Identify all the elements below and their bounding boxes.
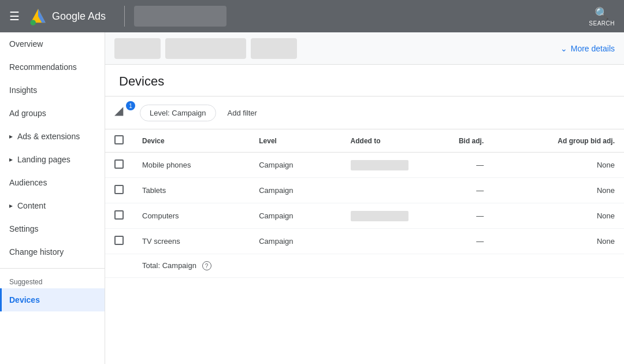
level-cell: Campaign [250,153,341,178]
column-header-device: Device [133,129,250,153]
main-layout: Overview Recommendations Insights Ad gro… [0,32,624,364]
chevron-right-icon: ▸ [9,155,13,164]
redacted-block [351,160,408,170]
added-to-cell [341,203,418,229]
sidebar-item-insights-label: Insights [9,86,37,95]
summary-pill-1 [114,38,161,59]
search-label: SEARCH [589,20,615,27]
row-checkbox-cell [105,203,133,229]
level-campaign-chip[interactable]: Level: Campaign [140,105,216,121]
bid-adj-cell: — [418,178,493,203]
sidebar-divider [0,268,105,269]
page-title: Devices [105,65,624,96]
sidebar-item-recommendations-label: Recommendations [9,62,77,72]
table-row: Mobile phones Campaign — None [105,153,624,178]
filter-badge: 1 [126,101,135,110]
summary-bar: ⌄ More details [105,32,624,65]
redacted-block [351,211,408,221]
column-header-level: Level [250,129,341,153]
device-cell: Tablets [133,178,250,203]
hamburger-icon[interactable]: ☰ [9,9,20,23]
more-details-label: More details [571,44,615,53]
devices-content: Devices ◢ 1 Level: Campaign Add filter [105,65,624,364]
app-name: Google Ads [52,10,106,23]
summary-pill-2 [165,38,246,59]
sidebar-item-change-history[interactable]: Change history [0,240,105,263]
ad-group-bid-adj-cell: None [493,203,624,229]
ad-group-bid-adj-cell: None [493,229,624,254]
level-cell: Campaign [250,178,341,203]
google-ads-logo [29,7,47,25]
sidebar-item-devices[interactable]: Devices [0,288,105,311]
summary-pills [114,38,297,59]
suggested-label: Suggested [0,273,105,288]
sidebar-item-recommendations[interactable]: Recommendations [0,55,105,79]
sidebar: Overview Recommendations Insights Ad gro… [0,32,105,364]
summary-pill-3 [251,38,297,59]
sidebar-item-content[interactable]: ▸ Content [0,194,105,217]
ad-group-bid-adj-cell: None [493,153,624,178]
total-checkbox-cell [105,254,133,278]
filter-icon: ◢ [114,104,123,117]
svg-point-2 [30,20,36,25]
header-divider [124,6,125,27]
level-cell: Campaign [250,203,341,229]
sidebar-item-devices-label: Devices [9,295,40,304]
row-checkbox[interactable] [114,210,124,220]
header-search-placeholder [134,6,226,27]
row-checkbox-cell [105,229,133,254]
sidebar-item-content-label: Content [17,201,46,210]
row-checkbox-cell [105,178,133,203]
sidebar-item-overview[interactable]: Overview [0,32,105,55]
table-row: Computers Campaign — None [105,203,624,229]
sidebar-item-landing-pages-label: Landing pages [17,155,70,164]
row-checkbox[interactable] [114,185,124,194]
content-area: ⌄ More details Devices ◢ 1 Level: Campai… [105,32,624,364]
top-header: ☰ Google Ads 🔍 SEARCH [0,0,624,32]
sidebar-item-settings-label: Settings [9,224,39,233]
sidebar-item-change-history-label: Change history [9,247,64,257]
search-button[interactable]: 🔍 SEARCH [589,6,615,27]
logo-container: Google Ads [29,7,106,25]
device-cell: Computers [133,203,250,229]
more-details-button[interactable]: ⌄ More details [560,44,615,53]
row-checkbox[interactable] [114,236,124,245]
add-filter-button[interactable]: Add filter [223,105,262,121]
added-to-cell [341,178,418,203]
added-to-cell [341,153,418,178]
select-all-checkbox[interactable] [114,135,124,144]
help-icon[interactable]: ? [202,261,211,270]
devices-table: Device Level Added to Bid adj. Ad group … [105,129,624,278]
sidebar-item-ad-groups[interactable]: Ad groups [0,102,105,125]
device-cell: Mobile phones [133,153,250,178]
column-header-ad-group-bid-adj: Ad group bid adj. [493,129,624,153]
table-row: TV screens Campaign — None [105,229,624,254]
filter-bar: ◢ 1 Level: Campaign Add filter [105,96,624,129]
column-header-added-to: Added to [341,129,418,153]
row-checkbox-cell [105,153,133,178]
filter-icon-container[interactable]: ◢ 1 [114,103,133,122]
total-bid-adj-cell [418,254,493,278]
sidebar-item-settings[interactable]: Settings [0,217,105,240]
row-checkbox[interactable] [114,159,124,169]
total-ad-group-bid-adj-cell [493,254,624,278]
search-icon: 🔍 [595,6,609,20]
sidebar-item-audiences[interactable]: Audiences [0,171,105,194]
bid-adj-cell: — [418,229,493,254]
sidebar-item-audiences-label: Audiences [9,178,47,187]
sidebar-item-insights[interactable]: Insights [0,79,105,102]
total-label-cell: Total: Campaign ? [133,254,341,278]
sidebar-item-ad-groups-label: Ad groups [9,109,46,118]
column-header-checkbox [105,129,133,153]
sidebar-item-ads-extensions[interactable]: ▸ Ads & extensions [0,125,105,148]
table-row: Tablets Campaign — None [105,178,624,203]
chevron-right-icon: ▸ [9,132,13,140]
added-to-cell [341,229,418,254]
device-cell: TV screens [133,229,250,254]
total-added-to-cell [341,254,418,278]
sidebar-item-landing-pages[interactable]: ▸ Landing pages [0,148,105,171]
total-label: Total: Campaign [142,261,196,270]
total-row: Total: Campaign ? [105,254,624,278]
sidebar-item-overview-label: Overview [9,39,43,49]
bid-adj-cell: — [418,203,493,229]
